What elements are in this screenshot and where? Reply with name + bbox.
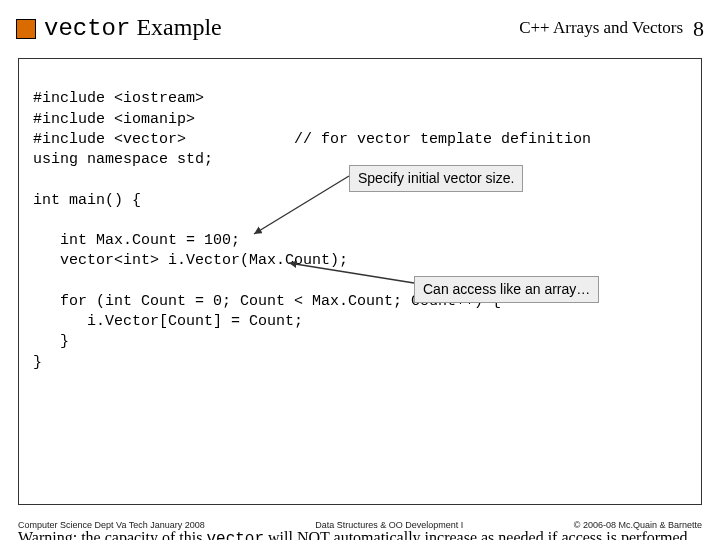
slide-subtitle: C++ Arrays and Vectors (519, 14, 683, 38)
warning-text: Warning: the capacity of this (18, 529, 206, 540)
callout-array-access: Can access like an array… (414, 276, 599, 303)
code-line: } (33, 333, 69, 350)
svg-line-0 (254, 176, 349, 234)
arrow-icon (249, 174, 359, 244)
slide-footer: Computer Science Dept Va Tech January 20… (0, 520, 720, 530)
code-line: } (33, 354, 42, 371)
title-code: vector (44, 15, 130, 42)
code-line: #include <iomanip> (33, 111, 195, 128)
code-line: using namespace std; (33, 151, 213, 168)
code-line: vector<int> i.Vector(Max.Count); (33, 252, 348, 269)
slide-title: vector Example (44, 14, 222, 42)
code-line: #include <vector> // for vector template… (33, 131, 591, 148)
inline-code: vector (206, 530, 264, 540)
bullet-icon (16, 19, 36, 39)
footer-right: © 2006-08 Mc.Quain & Barnette (574, 520, 702, 530)
title-rest: Example (130, 14, 221, 40)
code-line: int Max.Count = 100; (33, 232, 240, 249)
page-number: 8 (693, 14, 704, 42)
code-line: i.Vector[Count] = Count; (33, 313, 303, 330)
code-line: #include <iostream> (33, 90, 204, 107)
code-block: #include <iostream> #include <iomanip> #… (18, 58, 702, 505)
title-block: vector Example (16, 14, 222, 42)
footer-center: Data Structures & OO Development I (315, 520, 463, 530)
code-line: int main() { (33, 192, 141, 209)
header-right: C++ Arrays and Vectors 8 (519, 14, 704, 42)
callout-vector-size: Specify initial vector size. (349, 165, 523, 192)
footer-left: Computer Science Dept Va Tech January 20… (18, 520, 205, 530)
slide-header: vector Example C++ Arrays and Vectors 8 (0, 0, 720, 48)
